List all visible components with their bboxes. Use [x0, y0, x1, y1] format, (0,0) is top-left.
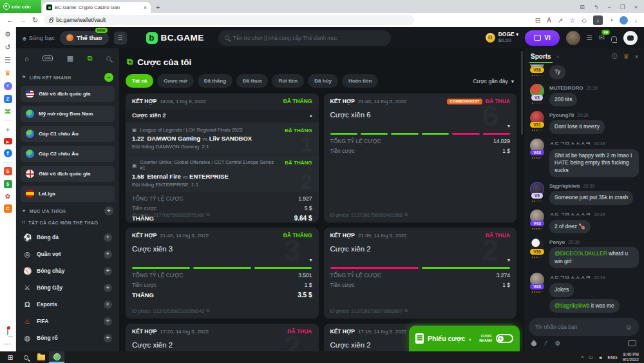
- chat-close-icon[interactable]: ×: [635, 54, 638, 60]
- sidebar-item-cricket[interactable]: ⚔Bóng Gậy+: [21, 279, 115, 296]
- filter-refund[interactable]: Hoàn tiền: [342, 74, 378, 88]
- sidebar-item-esports[interactable]: ΩEsports+: [21, 296, 115, 313]
- back-icon[interactable]: ←: [6, 16, 14, 24]
- avatar[interactable]: [566, 31, 580, 45]
- shield-icon[interactable]: ◇: [582, 17, 587, 24]
- new-tab-button[interactable]: +: [156, 3, 160, 11]
- sidebar-item-football[interactable]: ⚽Bóng đá+: [21, 229, 115, 246]
- sidebar-item-tennis[interactable]: ◎Quần vợt+: [21, 246, 115, 262]
- translate-icon[interactable]: A: [547, 17, 551, 24]
- inbox-icon[interactable]: ✉99: [599, 34, 605, 42]
- chat-messages[interactable]: V31●●●○○ Hahahah V56●●●○○ DICECOLDKILLER…: [524, 64, 644, 315]
- mention[interactable]: @DICECOLDKILLER: [554, 250, 607, 257]
- collapse-icon[interactable]: ▴: [310, 113, 312, 118]
- currency-selector[interactable]: Ð DOGE ▾ $0.00: [486, 32, 519, 43]
- expand-sport-button[interactable]: +: [104, 300, 112, 309]
- notification-bell-icon[interactable]: [7, 328, 8, 335]
- sidebar-item-league[interactable]: Giải vô địch quốc gia: [21, 166, 115, 182]
- chat-username[interactable]: Ponyo: [549, 239, 565, 245]
- taskbar-search-icon[interactable]: [18, 351, 33, 363]
- bet-slip-button[interactable]: Phiếu cược ▴ CƯỢC NHANH +: [409, 326, 520, 351]
- cashback-icon[interactable]: $: [4, 180, 12, 188]
- settings-gear-icon[interactable]: ⚙: [5, 30, 11, 39]
- expand-sport-button[interactable]: +: [104, 267, 112, 275]
- parlay-header[interactable]: Cược xiên 2 ▴: [126, 109, 319, 122]
- mention[interactable]: @Sqgrikpkiwb: [554, 302, 589, 309]
- expand-sport-button[interactable]: +: [104, 250, 112, 259]
- window-close-icon[interactable]: ×: [634, 4, 638, 10]
- window-restore-icon[interactable]: ❐: [620, 4, 625, 10]
- filter-won[interactable]: Đã thắng: [198, 74, 232, 88]
- copy-icon[interactable]: ⧉: [206, 211, 209, 218]
- search-input[interactable]: [233, 35, 384, 41]
- expand-icon[interactable]: ▾: [309, 257, 312, 263]
- sidebar-item-league[interactable]: Cúp C1 châu Âu: [21, 126, 115, 142]
- newsfeed-icon[interactable]: ☰: [5, 56, 11, 64]
- chat-username[interactable]: ㅅㄷㄱㅂㅅㅅㅅㅋ: [549, 140, 591, 147]
- network-icon[interactable]: ▭: [589, 355, 593, 360]
- sidebar-search-icon[interactable]: [106, 56, 111, 61]
- zalo-icon[interactable]: Z: [4, 95, 12, 103]
- filter-cashout[interactable]: Rút tiền: [272, 74, 304, 88]
- quick-bet-toggle[interactable]: +: [496, 334, 513, 343]
- sidebar-item-league[interactable]: Cúp C2 châu Âu: [21, 146, 115, 162]
- home-icon[interactable]: ⌂: [24, 55, 29, 63]
- bcgame-logo[interactable]: b BC.GAME: [146, 32, 204, 44]
- sports-switch[interactable]: Thể thao NEW: [60, 31, 109, 45]
- rain-drop-icon[interactable]: [530, 340, 537, 347]
- chat-username[interactable]: ㅅㄷㄱㅂㅅㅅㅅㅋ: [549, 274, 591, 281]
- downloads-tray-icon[interactable]: ↓: [634, 17, 638, 24]
- notifications-bell-icon[interactable]: [611, 36, 617, 41]
- sidebar-item-baseball[interactable]: ⚾Bóng chày+: [21, 262, 115, 279]
- extension-icon[interactable]: ◔: [609, 17, 613, 24]
- bet-card[interactable]: KẾT HỢP 17:20, 14 thg 5, 2022 ĐÃ THUA Cư…: [126, 324, 319, 351]
- sidebar-item-basketball[interactable]: ◍Bóng rổ+: [21, 329, 115, 346]
- my-bets-icon[interactable]: ⧉: [88, 54, 93, 63]
- coccoc-brand[interactable]: cốc cốc: [0, 0, 41, 13]
- coccoc-taskbar-icon[interactable]: [49, 351, 64, 363]
- expand-icon[interactable]: ▾: [507, 123, 510, 129]
- start-button[interactable]: ⊞: [3, 351, 18, 363]
- chevron-right-icon[interactable]: ›: [557, 54, 559, 60]
- keyboard-icon[interactable]: [628, 340, 636, 346]
- copy-icon[interactable]: ⧉: [206, 308, 209, 314]
- expand-sport-button[interactable]: +: [104, 284, 112, 292]
- filter-lost[interactable]: Đã thua: [236, 74, 268, 88]
- live-icon[interactable]: LIVE: [43, 55, 53, 61]
- crown-icon[interactable]: ♛: [5, 69, 11, 77]
- chat-toggle-button[interactable]: [623, 31, 638, 45]
- volume-icon[interactable]: ◄: [598, 355, 603, 360]
- bet-card[interactable]: KẾT HỢP 21:39, 14 thg 5, 2022 ĐÃ THUA Cư…: [324, 228, 517, 319]
- add-favorite-button[interactable]: +: [104, 206, 113, 215]
- more-icon[interactable]: ⋯: [5, 340, 12, 348]
- chat-username[interactable]: Pyoung78: [549, 112, 574, 118]
- history-icon[interactable]: ↺: [5, 43, 10, 52]
- scrollbar[interactable]: [521, 51, 523, 135]
- filter-open[interactable]: Cược mở: [157, 74, 194, 88]
- filter-all[interactable]: Tất cả: [126, 74, 153, 88]
- file-explorer-icon[interactable]: [33, 351, 49, 363]
- cast-icon[interactable]: ⊟: [535, 17, 540, 24]
- expand-sport-button[interactable]: +: [104, 233, 112, 242]
- filter-cancelled[interactable]: Đã hủy: [308, 74, 338, 88]
- forward-icon[interactable]: →: [19, 16, 26, 24]
- casino-link[interactable]: ♠ Sòng bạc: [23, 34, 55, 42]
- sidebar-item-league[interactable]: Giải vô địch quốc gia: [21, 86, 115, 102]
- sidebar-item-league[interactable]: Mỹ mở rộng Đơn Nam: [21, 106, 115, 122]
- bet-card[interactable]: KẾT HỢP 18:08, 1 thg 9, 2022 ĐÃ THẮNG Cư…: [126, 93, 319, 222]
- game-search[interactable]: [218, 30, 391, 46]
- chat-input[interactable]: [535, 324, 621, 330]
- chat-rules-info-icon[interactable]: ⓘ: [612, 52, 618, 61]
- copy-icon[interactable]: ⧉: [404, 211, 408, 218]
- tray-expand-icon[interactable]: ^: [582, 355, 583, 360]
- messenger-icon[interactable]: ⚡: [4, 82, 12, 90]
- chat-username[interactable]: MUTEDRORO: [549, 85, 583, 91]
- add-shortcut-icon[interactable]: +: [6, 126, 10, 133]
- bet-card[interactable]: KẾT HỢP 21:40, 14 thg 5, 2022 ĐÃ THẮNG C…: [126, 228, 319, 319]
- expand-icon[interactable]: ▾: [507, 257, 510, 263]
- profile-icon[interactable]: [620, 16, 628, 25]
- chat-tab-sports[interactable]: Sports: [529, 50, 553, 63]
- schedule-icon[interactable]: ▦: [67, 54, 73, 63]
- flower-app-icon[interactable]: ✿: [5, 193, 10, 200]
- copy-icon[interactable]: ⧉: [404, 308, 408, 314]
